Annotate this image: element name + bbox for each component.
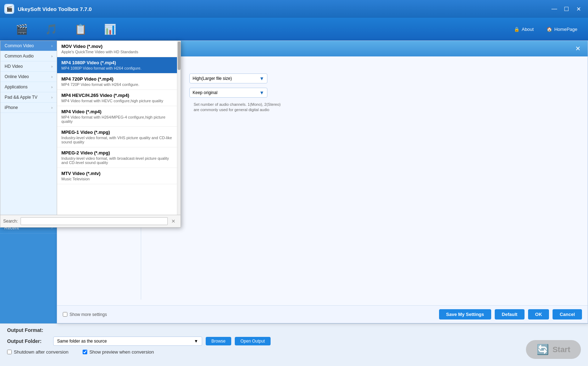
audio-section-title: Audio — [147, 62, 582, 69]
output-folder-label: Output Folder: — [7, 338, 50, 344]
preview-label: Show preview when conversion — [89, 349, 154, 355]
format-desc-mtv: Music Television — [61, 177, 176, 181]
dropdown-search-bar: Search: ✕ — [0, 215, 181, 227]
dropdown-left-panel: Common Video›Common Audio›HD Video›Onlin… — [0, 41, 57, 215]
audio-icon: 🎵 — [45, 23, 57, 35]
save-settings-button[interactable]: Save My Settings — [439, 309, 491, 319]
homepage-button[interactable]: 🏠 HomePage — [543, 24, 581, 34]
show-more-settings-input[interactable] — [63, 312, 67, 317]
search-input[interactable] — [21, 217, 168, 225]
format-desc-mp4-720p: MP4 720P Video format with H264 configur… — [61, 82, 176, 87]
maximize-button[interactable]: ☐ — [561, 4, 572, 14]
ok-button[interactable]: OK — [528, 309, 549, 319]
title-bar: 🎬 UkeySoft Video Toolbox 7.7.0 — ☐ ✕ — [0, 0, 588, 18]
search-clear-button[interactable]: ✕ — [169, 218, 178, 225]
dd-left-label-hd-video: HD Video — [5, 64, 23, 69]
app-title: UkeySoft Video Toolbox 7.7.0 — [18, 6, 545, 12]
format-dropdown: Common Video›Common Audio›HD Video›Onlin… — [0, 40, 181, 228]
format-desc-mpeg2: Industry-level video format, with broadc… — [61, 156, 176, 165]
dd-left-label-iphone: iPhone — [5, 105, 18, 110]
editor-icon: 📊 — [104, 23, 116, 35]
scrollbar[interactable] — [177, 41, 181, 215]
home-icon: 🏠 — [547, 27, 552, 32]
format-item-mp4-hevc[interactable]: MP4 HEVC/H.265 Video (*.mp4)MP4 Video fo… — [57, 90, 181, 106]
format-item-mp4-720p[interactable]: MP4 720P Video (*.mp4)MP4 720P Video for… — [57, 73, 181, 90]
subtitle-icon: 📋 — [74, 23, 87, 35]
format-desc-mov: Apple's QuickTime Video with HD Standard… — [61, 50, 176, 54]
show-more-settings-label: Show more settings — [70, 312, 107, 317]
dd-left-label-common-audio: Common Audio — [5, 54, 34, 59]
window-controls: — ☐ ✕ — [549, 4, 584, 14]
format-desc-mpeg1: Industry-level video format, with VHS pi… — [61, 136, 176, 144]
format-name-mp4: MP4 Video (*.mp4) — [61, 109, 176, 114]
scrollbar-thumb — [178, 42, 181, 70]
format-name-mtv: MTV Video (*.mtv) — [61, 171, 176, 176]
video-icon: 🎬 — [16, 23, 28, 35]
dd-left-item-common-audio[interactable]: Common Audio› — [0, 51, 57, 61]
audio-quality-select[interactable]: High(Larger file size) ▼ — [189, 73, 267, 83]
format-item-mpeg1[interactable]: MPEG-1 Video (*.mpg)Industry-level video… — [57, 127, 181, 147]
nav-subtitle[interactable]: 📋 — [66, 21, 95, 38]
nav-audio[interactable]: 🎵 — [37, 21, 66, 38]
dropdown-panel: Common Video›Common Audio›HD Video›Onlin… — [0, 41, 181, 215]
logo-icon: 🎬 — [6, 6, 12, 12]
format-item-mtv[interactable]: MTV Video (*.mtv)Music Television — [57, 168, 181, 184]
preview-input[interactable] — [83, 350, 87, 354]
nav-bar: 🎬 🎵 📋 📊 🔒 About 🏠 HomePage — [0, 18, 588, 40]
dd-left-arrow-applications: › — [51, 85, 52, 89]
dd-left-item-online-video[interactable]: Online Video› — [0, 72, 57, 82]
shutdown-checkbox[interactable]: Shutdown after conversion — [7, 349, 68, 355]
dd-left-item-applications[interactable]: Applications› — [0, 82, 57, 92]
dialog-close-button[interactable]: ✕ — [573, 44, 582, 53]
dd-left-label-applications: Applications — [5, 84, 28, 89]
close-button[interactable]: ✕ — [573, 4, 584, 14]
output-format-row: Output Format: — [7, 327, 581, 333]
audio-quality-arrow: ▼ — [259, 76, 264, 81]
homepage-label: HomePage — [554, 27, 577, 32]
browse-button[interactable]: Browse — [206, 337, 231, 345]
dd-left-item-iphone[interactable]: iPhone› — [0, 103, 57, 113]
main-layout: Common Video›Common Audio›HD Video›Onlin… — [0, 40, 588, 366]
dd-left-arrow-common-audio: › — [51, 54, 52, 58]
lock-icon: 🔒 — [514, 27, 520, 32]
audio-quality-row: Audio Quality: High(Larger file size) ▼ — [147, 73, 582, 83]
nav-editor[interactable]: 📊 — [95, 21, 125, 38]
minimize-button[interactable]: — — [549, 4, 560, 14]
start-button[interactable]: 🔄 Start — [526, 340, 581, 359]
dd-left-item-common-video[interactable]: Common Video› — [0, 41, 57, 51]
open-output-button[interactable]: Open Output — [235, 337, 271, 345]
format-item-mov[interactable]: MOV Video (*.mov)Apple's QuickTime Video… — [57, 41, 181, 57]
channels-select[interactable]: Keep original ▼ — [189, 88, 267, 98]
show-more-settings-checkbox[interactable]: Show more settings — [63, 312, 436, 317]
dd-left-label-online-video: Online Video — [5, 74, 29, 79]
dd-left-arrow-online-video: › — [51, 75, 52, 79]
channels-hint-row: Channels: Set number of audio channels. … — [147, 102, 582, 113]
folder-dropdown-arrow: ▼ — [194, 339, 198, 344]
dd-left-arrow-iphone: › — [51, 106, 52, 110]
default-button[interactable]: Default — [495, 309, 525, 319]
preview-checkbox[interactable]: Show preview when conversion — [83, 349, 154, 355]
shutdown-input[interactable] — [7, 350, 12, 354]
start-label: Start — [553, 345, 570, 354]
dd-left-item-hd-video[interactable]: HD Video› — [0, 61, 57, 72]
start-icon: 🔄 — [537, 344, 549, 355]
about-button[interactable]: 🔒 About — [510, 24, 537, 34]
format-name-mpeg2: MPEG-2 Video (*.mpg) — [61, 150, 176, 155]
format-item-mp4-1080p[interactable]: MP4 1080P Video (*.mp4)MP4 1080P Video f… — [57, 57, 181, 73]
dd-left-arrow-common-video: › — [51, 44, 52, 48]
dd-left-item-pad-apple-tv[interactable]: Pad && Apple TV› — [0, 92, 57, 103]
format-name-mp4-hevc: MP4 HEVC/H.265 Video (*.mp4) — [61, 93, 176, 98]
format-item-mpeg2[interactable]: MPEG-2 Video (*.mpg)Industry-level video… — [57, 147, 181, 168]
cancel-button[interactable]: Cancel — [553, 309, 582, 319]
format-item-mp4[interactable]: MP4 Video (*.mp4)MP4 Video format with H… — [57, 106, 181, 127]
folder-value: Same folder as the source — [57, 339, 107, 344]
dd-left-label-pad-apple-tv: Pad && Apple TV — [5, 95, 38, 100]
format-name-mp4-720p: MP4 720P Video (*.mp4) — [61, 76, 176, 82]
dd-left-arrow-hd-video: › — [51, 65, 52, 69]
about-label: About — [522, 27, 534, 32]
output-folder-select[interactable]: Same folder as the source ▼ — [53, 337, 202, 346]
channels-row: Channels: Keep original ▼ — [147, 88, 582, 98]
dd-left-label-common-video: Common Video — [5, 43, 34, 48]
format-name-mov: MOV Video (*.mov) — [61, 44, 176, 49]
nav-video[interactable]: 🎬 — [7, 21, 37, 38]
